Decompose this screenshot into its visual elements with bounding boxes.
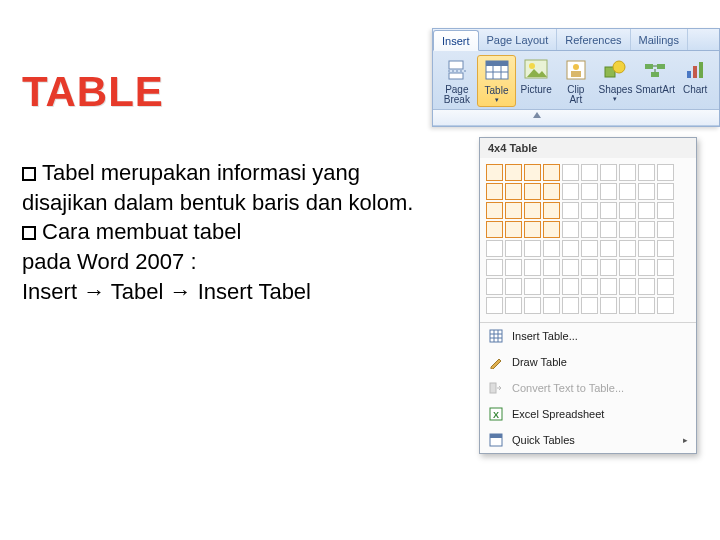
grid-cell[interactable] bbox=[638, 278, 655, 295]
grid-cell[interactable] bbox=[657, 278, 674, 295]
grid-cell[interactable] bbox=[562, 221, 579, 238]
grid-cell[interactable] bbox=[581, 183, 598, 200]
tab-references[interactable]: References bbox=[557, 29, 630, 50]
grid-cell[interactable] bbox=[543, 164, 560, 181]
tab-page-layout[interactable]: Page Layout bbox=[479, 29, 558, 50]
smartart-button[interactable]: SmartArt bbox=[635, 55, 675, 107]
grid-cell[interactable] bbox=[581, 259, 598, 276]
grid-cell[interactable] bbox=[524, 259, 541, 276]
grid-cell[interactable] bbox=[619, 183, 636, 200]
grid-cell[interactable] bbox=[505, 297, 522, 314]
grid-cell[interactable] bbox=[486, 240, 503, 257]
grid-cell[interactable] bbox=[524, 278, 541, 295]
grid-cell[interactable] bbox=[619, 164, 636, 181]
grid-cell[interactable] bbox=[600, 202, 617, 219]
grid-cell[interactable] bbox=[543, 221, 560, 238]
grid-cell[interactable] bbox=[562, 164, 579, 181]
menu-quick-tables[interactable]: Quick Tables ▸ bbox=[480, 427, 696, 453]
grid-cell[interactable] bbox=[505, 259, 522, 276]
grid-cell[interactable] bbox=[562, 278, 579, 295]
grid-cell[interactable] bbox=[543, 240, 560, 257]
grid-cell[interactable] bbox=[657, 221, 674, 238]
grid-cell[interactable] bbox=[543, 278, 560, 295]
grid-cell[interactable] bbox=[638, 183, 655, 200]
grid-cell[interactable] bbox=[657, 202, 674, 219]
grid-cell[interactable] bbox=[619, 259, 636, 276]
grid-cell[interactable] bbox=[505, 202, 522, 219]
grid-cell[interactable] bbox=[600, 240, 617, 257]
grid-cell[interactable] bbox=[562, 183, 579, 200]
grid-cell[interactable] bbox=[486, 259, 503, 276]
grid-cell[interactable] bbox=[486, 221, 503, 238]
grid-cell[interactable] bbox=[562, 259, 579, 276]
grid-cell[interactable] bbox=[600, 221, 617, 238]
grid-cell[interactable] bbox=[486, 202, 503, 219]
clip-art-button[interactable]: Clip Art bbox=[556, 55, 596, 107]
grid-cell[interactable] bbox=[524, 183, 541, 200]
grid-cell[interactable] bbox=[505, 278, 522, 295]
grid-cell[interactable] bbox=[638, 259, 655, 276]
grid-cell[interactable] bbox=[638, 240, 655, 257]
grid-cell[interactable] bbox=[486, 183, 503, 200]
grid-cell[interactable] bbox=[524, 202, 541, 219]
grid-cell[interactable] bbox=[543, 183, 560, 200]
grid-cell[interactable] bbox=[600, 297, 617, 314]
grid-cell[interactable] bbox=[600, 164, 617, 181]
grid-cell[interactable] bbox=[581, 164, 598, 181]
grid-cell[interactable] bbox=[600, 259, 617, 276]
grid-cell[interactable] bbox=[581, 278, 598, 295]
grid-cell[interactable] bbox=[505, 240, 522, 257]
picture-button[interactable]: Picture bbox=[516, 55, 556, 107]
grid-cell[interactable] bbox=[581, 221, 598, 238]
grid-cell[interactable] bbox=[486, 297, 503, 314]
table-size-grid[interactable] bbox=[480, 158, 696, 322]
grid-cell[interactable] bbox=[657, 240, 674, 257]
ruler-indent-marker-icon[interactable] bbox=[533, 112, 541, 118]
grid-cell[interactable] bbox=[581, 297, 598, 314]
menu-excel-spreadsheet[interactable]: X Excel Spreadsheet bbox=[480, 401, 696, 427]
grid-cell[interactable] bbox=[562, 202, 579, 219]
grid-cell[interactable] bbox=[600, 278, 617, 295]
grid-cell[interactable] bbox=[505, 164, 522, 181]
grid-cell[interactable] bbox=[562, 240, 579, 257]
grid-cell[interactable] bbox=[657, 183, 674, 200]
grid-cell[interactable] bbox=[619, 297, 636, 314]
page-break-button[interactable]: Page Break bbox=[437, 55, 477, 107]
grid-cell[interactable] bbox=[562, 297, 579, 314]
tab-mailings[interactable]: Mailings bbox=[631, 29, 688, 50]
picture-label: Picture bbox=[521, 85, 552, 95]
grid-cell[interactable] bbox=[657, 297, 674, 314]
tab-insert[interactable]: Insert bbox=[433, 30, 479, 51]
chart-button[interactable]: Chart bbox=[675, 55, 715, 107]
grid-cell[interactable] bbox=[486, 278, 503, 295]
grid-cell[interactable] bbox=[619, 240, 636, 257]
grid-cell[interactable] bbox=[486, 164, 503, 181]
grid-cell[interactable] bbox=[543, 202, 560, 219]
grid-cell[interactable] bbox=[619, 202, 636, 219]
grid-cell[interactable] bbox=[638, 221, 655, 238]
table-button[interactable]: Table ▾ bbox=[477, 55, 517, 107]
grid-cell[interactable] bbox=[543, 297, 560, 314]
table-icon bbox=[484, 58, 510, 84]
grid-cell[interactable] bbox=[638, 164, 655, 181]
shapes-button[interactable]: Shapes ▾ bbox=[596, 55, 636, 107]
grid-cell[interactable] bbox=[524, 240, 541, 257]
menu-insert-table[interactable]: Insert Table... bbox=[480, 323, 696, 349]
grid-cell[interactable] bbox=[600, 183, 617, 200]
grid-cell[interactable] bbox=[505, 183, 522, 200]
grid-cell[interactable] bbox=[657, 259, 674, 276]
grid-cell[interactable] bbox=[638, 297, 655, 314]
grid-cell[interactable] bbox=[581, 240, 598, 257]
grid-cell[interactable] bbox=[619, 221, 636, 238]
grid-cell[interactable] bbox=[524, 164, 541, 181]
chart-icon bbox=[682, 57, 708, 83]
grid-cell[interactable] bbox=[524, 297, 541, 314]
grid-cell[interactable] bbox=[524, 221, 541, 238]
menu-draw-table[interactable]: Draw Table bbox=[480, 349, 696, 375]
grid-cell[interactable] bbox=[505, 221, 522, 238]
grid-cell[interactable] bbox=[543, 259, 560, 276]
grid-cell[interactable] bbox=[581, 202, 598, 219]
grid-cell[interactable] bbox=[619, 278, 636, 295]
grid-cell[interactable] bbox=[657, 164, 674, 181]
grid-cell[interactable] bbox=[638, 202, 655, 219]
